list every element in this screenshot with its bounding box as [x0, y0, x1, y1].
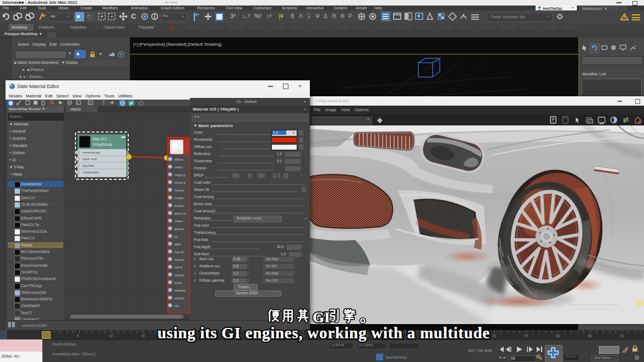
svg-text:environ: environ [174, 297, 184, 300]
svg-text:reflect: reflect [174, 166, 183, 169]
svg-text:opacity: opacity [174, 273, 184, 277]
svg-text:multioutput: multioutput [83, 171, 99, 174]
svg-text:glossin: glossin [174, 227, 184, 231]
svg-text:translu: translu [174, 258, 184, 261]
svg-text:fresnel: fresnel [174, 189, 184, 192]
svg-text:reflect g: reflect g [174, 181, 185, 184]
svg-text:fog bias: fog bias [83, 164, 94, 167]
svg-text:ior: ior [174, 235, 178, 238]
svg-text:GI: GI [313, 309, 330, 326]
svg-text:bump: bump [174, 281, 182, 284]
svg-text:using its GI engines, working: using its GI engines, working with a mul… [157, 324, 490, 342]
svg-text:metaln: metaln [174, 196, 184, 200]
svg-text:aniso rot: aniso rot [174, 212, 187, 215]
svg-text:self-ill: self-ill [174, 266, 182, 269]
svg-text:abbe: abbe [174, 243, 181, 246]
svg-text:VRayBitmap: VRayBitmap [92, 142, 113, 147]
svg-text:refract: refract [174, 220, 183, 223]
svg-text:diffuse: diffuse [174, 158, 183, 161]
svg-text:fog col: fog col [174, 250, 183, 254]
svg-text:Map #13: Map #13 [92, 137, 107, 141]
svg-text:displace: displace [174, 289, 185, 292]
svg-text:stereoscopy: stereoscopy [83, 151, 100, 154]
svg-text:0: 0 [77, 101, 79, 105]
svg-text:color mult: color mult [83, 157, 97, 161]
svg-text:hilight g: hilight g [174, 173, 185, 177]
svg-text:anisotr: anisotr [174, 204, 184, 207]
svg-text:0: 0 [89, 101, 91, 105]
